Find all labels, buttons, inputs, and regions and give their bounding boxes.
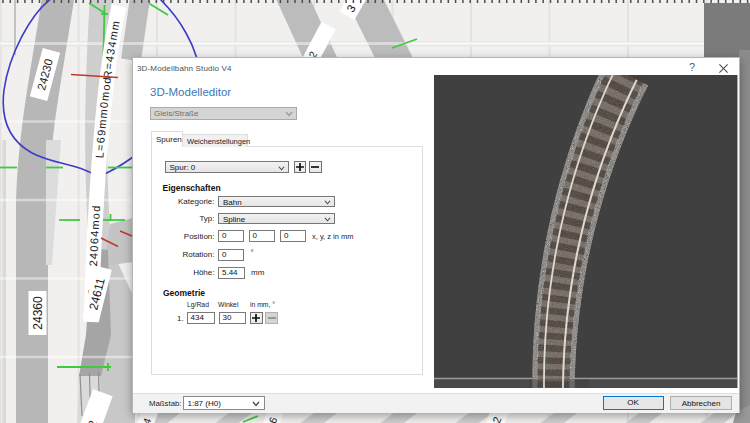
svg-text:24360: 24360 bbox=[31, 296, 45, 330]
